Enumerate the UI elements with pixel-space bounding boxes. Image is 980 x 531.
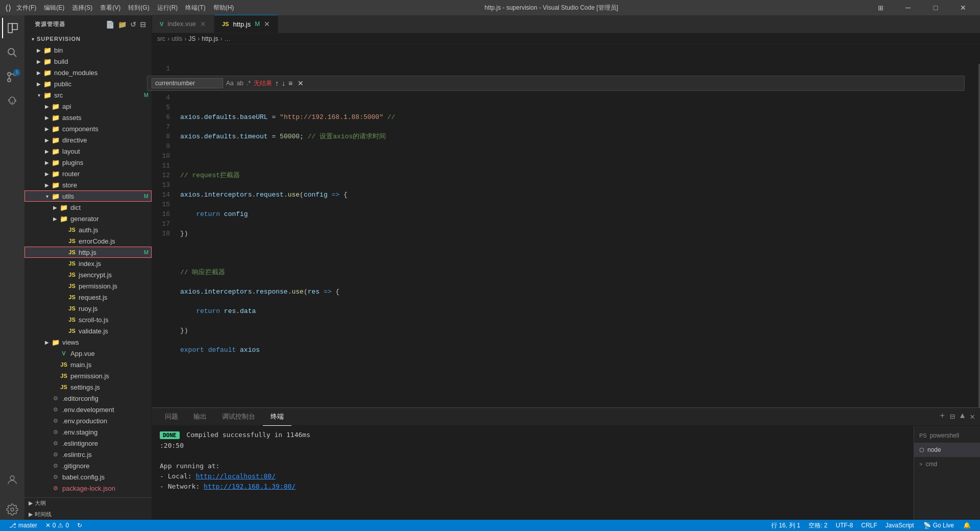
tree-item-eslintignore[interactable]: ▶ ⚙ .eslintignore: [24, 438, 152, 449]
tree-item-directive[interactable]: ▶ 📁 directive: [24, 134, 152, 146]
status-branch[interactable]: ⎇ master: [5, 520, 41, 531]
search-activity-icon[interactable]: [2, 42, 22, 63]
tree-item-components[interactable]: ▶ 📁 components: [24, 123, 152, 134]
status-errors[interactable]: ✕ 0 ⚠ 0: [41, 520, 73, 531]
tree-item-package-lock[interactable]: ▶ ⚙ package-lock.json: [24, 482, 152, 494]
menu-run[interactable]: 运行(R): [157, 4, 178, 12]
breadcrumb-src[interactable]: src: [157, 35, 165, 42]
close-button[interactable]: ✕: [951, 0, 975, 15]
layout-icon[interactable]: ⊞: [869, 0, 892, 15]
tree-item-dict[interactable]: ▶ 📁 dict: [24, 202, 152, 213]
code-content[interactable]: import axios from 'axios' axios.defaults…: [178, 64, 980, 407]
tree-item-gitignore[interactable]: ▶ ⚙ .gitignore: [24, 460, 152, 471]
terminal-tab-problems[interactable]: 问题: [157, 408, 186, 426]
tree-item-views[interactable]: ▶ 📁 views: [24, 336, 152, 348]
find-regex-btn[interactable]: .*: [247, 80, 251, 87]
status-cursor[interactable]: 行 16, 列 1: [767, 520, 804, 531]
new-folder-icon[interactable]: 📁: [118, 20, 127, 29]
terminal-network-url[interactable]: http://192.168.1.39:80/: [204, 482, 296, 490]
tree-item-auth-js[interactable]: ▶ JS auth.js: [24, 224, 152, 235]
status-language[interactable]: JavaScript: [881, 520, 918, 531]
status-spaces[interactable]: 空格: 2: [804, 520, 831, 531]
minimize-button[interactable]: ─: [896, 0, 920, 15]
tree-item-ruoy-js[interactable]: ▶ JS ruoy.js: [24, 303, 152, 314]
tree-item-errorcode-js[interactable]: ▶ JS errorCode.js: [24, 235, 152, 247]
terminal-split-btn[interactable]: ⊟: [950, 412, 955, 422]
tree-item-editorconfig[interactable]: ▶ ⚙ .editorconfig: [24, 393, 152, 404]
menu-help[interactable]: 帮助(H): [213, 4, 234, 12]
tree-item-build[interactable]: ▶ 📁 build: [24, 56, 152, 67]
menu-file[interactable]: 文件(F): [16, 4, 36, 12]
tab-http-js[interactable]: JS http.js M ✕: [214, 15, 278, 33]
tree-item-plugins[interactable]: ▶ 📁 plugins: [24, 157, 152, 168]
collapse-icon[interactable]: ⊟: [140, 20, 146, 29]
tab-index-vue-close[interactable]: ✕: [200, 20, 206, 28]
tree-item-env-staging[interactable]: ▶ ⚙ .env.staging: [24, 426, 152, 438]
tree-item-bin[interactable]: ▶ 📁 bin: [24, 44, 152, 56]
shell-item-cmd[interactable]: > cmd: [914, 457, 980, 471]
tree-item-permission2-js[interactable]: ▶ JS permission.js: [24, 370, 152, 381]
refresh-icon[interactable]: ↺: [130, 20, 137, 29]
status-go-live[interactable]: 📡 Go Live: [918, 520, 959, 531]
terminal-tab-debug[interactable]: 调试控制台: [214, 408, 263, 426]
code-editor[interactable]: 1 2 3 4 5 6 7 8 9 10 11 12 13 14 15 16 1…: [152, 64, 980, 407]
tree-item-layout[interactable]: ▶ 📁 layout: [24, 146, 152, 157]
tab-http-js-close[interactable]: ✕: [264, 20, 270, 28]
debug-activity-icon[interactable]: [2, 91, 22, 112]
menu-select[interactable]: 选择(S): [72, 4, 92, 12]
breadcrumb-utils[interactable]: utils: [172, 35, 182, 42]
tree-item-permission-js[interactable]: ▶ JS permission.js: [24, 280, 152, 292]
tree-item-index-js[interactable]: ▶ JS index.js: [24, 258, 152, 269]
tree-item-babel[interactable]: ▶ ⚙ babel.config.js: [24, 471, 152, 482]
tree-item-settings-js[interactable]: ▶ JS settings.js: [24, 381, 152, 393]
tree-item-src[interactable]: ▾ 📁 src M: [24, 89, 152, 101]
outline-section[interactable]: ▶ 大纲: [24, 497, 152, 509]
tree-item-http-js[interactable]: ▶ JS http.js M: [24, 247, 152, 258]
terminal-local-url[interactable]: http://localhost:80/: [195, 472, 276, 480]
tree-item-eslintrc[interactable]: ▶ ⚙ .eslintrc.js: [24, 449, 152, 460]
terminal-maximize-btn[interactable]: ▲: [960, 412, 965, 422]
explorer-activity-icon[interactable]: [2, 18, 22, 38]
tree-item-public[interactable]: ▶ 📁 public: [24, 78, 152, 89]
account-activity-icon[interactable]: [2, 470, 22, 490]
tree-item-generator[interactable]: ▶ 📁 generator: [24, 213, 152, 224]
find-list-btn[interactable]: ≡: [288, 79, 292, 87]
tree-item-scroll-to-js[interactable]: ▶ JS scroll-to.js: [24, 314, 152, 325]
menu-edit[interactable]: 编辑(E): [44, 4, 64, 12]
git-activity-icon[interactable]: 1: [2, 67, 22, 87]
tree-item-jsencrypt-js[interactable]: ▶ JS jsencrypt.js: [24, 269, 152, 280]
find-whole-word-btn[interactable]: ab: [237, 80, 243, 87]
settings-activity-icon[interactable]: [2, 499, 22, 520]
maximize-button[interactable]: □: [924, 0, 947, 15]
sidebar-root[interactable]: ▾ SUPERVISION: [24, 33, 152, 44]
terminal-tab-terminal[interactable]: 终端: [263, 408, 291, 426]
tree-item-utils[interactable]: ▾ 📁 utils M: [24, 190, 152, 202]
tree-item-env-production[interactable]: ▶ ⚙ .env.production: [24, 415, 152, 426]
find-close-btn[interactable]: ✕: [298, 79, 304, 87]
tab-index-vue[interactable]: V index.vue ✕: [152, 15, 214, 33]
tree-item-node-modules[interactable]: ▶ 📁 node_modules: [24, 67, 152, 78]
shell-item-powershell[interactable]: PS powershell: [914, 428, 980, 443]
shell-item-node[interactable]: ⬡ node: [914, 443, 980, 457]
tree-item-app-vue[interactable]: ▶ V App.vue: [24, 348, 152, 359]
terminal-tab-output[interactable]: 输出: [186, 408, 214, 426]
terminal-add-btn[interactable]: +: [940, 412, 945, 422]
tree-item-store[interactable]: ▶ 📁 store: [24, 179, 152, 190]
menu-terminal[interactable]: 终端(T): [185, 4, 205, 12]
status-encoding[interactable]: UTF-8: [831, 520, 857, 531]
tree-item-request-js[interactable]: ▶ JS request.js: [24, 292, 152, 303]
tree-item-api[interactable]: ▶ 📁 api: [24, 101, 152, 112]
tree-item-main-js[interactable]: ▶ JS main.js: [24, 359, 152, 370]
tree-item-validate-js[interactable]: ▶ JS validate.js: [24, 325, 152, 336]
new-file-icon[interactable]: 📄: [106, 20, 115, 29]
find-next-btn[interactable]: ↓: [282, 79, 285, 87]
terminal-close-btn[interactable]: ✕: [970, 412, 975, 422]
tree-item-assets[interactable]: ▶ 📁 assets: [24, 112, 152, 123]
timeline-section[interactable]: ▶ 时间线: [24, 509, 152, 520]
status-line-ending[interactable]: CRLF: [857, 520, 881, 531]
find-match-case-btn[interactable]: Aa: [226, 80, 234, 87]
find-input[interactable]: [152, 78, 223, 88]
terminal-main[interactable]: DONE Compiled successfully in 1146ms :20…: [152, 426, 914, 520]
find-prev-btn[interactable]: ↑: [275, 79, 279, 87]
tree-item-router[interactable]: ▶ 📁 router: [24, 168, 152, 179]
